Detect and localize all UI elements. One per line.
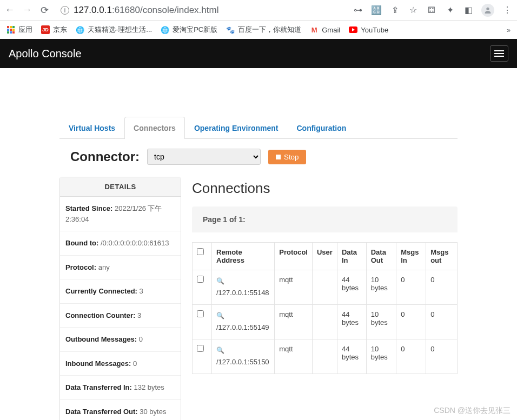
star-icon[interactable]: ☆ [408, 5, 419, 16]
detail-connection-counter: Connection Counter: 3 [60, 304, 181, 328]
cell-msgs-out: 0 [426, 339, 458, 374]
info-icon: i [61, 6, 69, 15]
app-title: Apollo Console [9, 48, 82, 60]
col-msgs-out: Msgs out [426, 243, 458, 270]
detail-protocol: Protocol: any [60, 256, 181, 280]
connector-row: Connector: tcp Stop [59, 139, 458, 177]
col-user: User [312, 243, 337, 270]
cell-msgs-out: 0 [426, 304, 458, 339]
detail-currently-connected: Currently Connected: 3 [60, 279, 181, 304]
cell-remote: 🔍/127.0.0.1:55150 [212, 339, 275, 374]
nav-tabs: Virtual Hosts Connectors Operating Envir… [59, 117, 458, 139]
apps-icon [6, 25, 15, 34]
cell-user [312, 270, 337, 305]
bookmarks-overflow[interactable]: » [507, 26, 511, 34]
sidepanel-icon[interactable]: ◧ [463, 5, 474, 16]
cell-user [312, 339, 337, 374]
tab-virtual-hosts[interactable]: Virtual Hosts [59, 117, 124, 139]
gmail-icon: M [310, 25, 319, 34]
apps-label: 应用 [18, 25, 32, 35]
globe-icon: 🌐 [76, 25, 84, 34]
extension-dice-icon[interactable]: ⚃ [426, 5, 437, 16]
bookmark-tmall[interactable]: 🌐天猫精选-理想生活... [76, 25, 152, 35]
cell-remote: 🔍/127.0.0.1:55149 [212, 304, 275, 339]
cell-data-in: 44 bytes [337, 304, 366, 339]
col-remote: Remote Address [212, 243, 275, 270]
connections-title: Connections [192, 180, 458, 197]
globe-icon: 🌐 [161, 25, 169, 34]
detail-inbound-messages: Inbound Messages: 0 [60, 352, 181, 376]
table-row: 🔍/127.0.0.1:55150mqtt44 bytes10 bytes00 [193, 339, 458, 374]
magnify-icon[interactable]: 🔍 [216, 345, 224, 356]
back-button[interactable]: ← [4, 4, 15, 16]
browser-toolbar: ← → ⟳ i 127.0.0.1:61680/console/index.ht… [0, 0, 517, 21]
cell-data-out: 10 bytes [366, 270, 396, 305]
cell-data-in: 44 bytes [337, 339, 366, 374]
magnify-icon[interactable]: 🔍 [216, 276, 224, 286]
table-header-row: Remote Address Protocol User Data In Dat… [193, 243, 458, 270]
bookmark-jd[interactable]: JD京东 [41, 25, 67, 35]
table-row: 🔍/127.0.0.1:55149mqtt44 bytes10 bytes00 [193, 304, 458, 339]
detail-data-out: Data Transferred Out: 30 bytes [60, 400, 181, 421]
toolbar-icons: ⊶ 🔠 ⇪ ☆ ⚃ ✦ ◧ ⋮ [353, 4, 513, 17]
col-data-in: Data In [337, 243, 366, 270]
stop-icon [276, 155, 281, 159]
translate-icon[interactable]: 🔠 [371, 5, 382, 16]
menu-icon[interactable]: ⋮ [502, 5, 513, 16]
svg-point-0 [486, 7, 489, 10]
cell-msgs-out: 0 [426, 270, 458, 305]
cell-protocol: mqtt [275, 304, 313, 339]
app-header: Apollo Console [0, 39, 517, 68]
pager: Page 1 of 1: [192, 206, 458, 232]
menu-button[interactable] [490, 45, 508, 62]
col-data-out: Data Out [366, 243, 396, 270]
magnify-icon[interactable]: 🔍 [216, 311, 224, 321]
youtube-icon [349, 25, 357, 34]
details-panel: DETAILS Started Since: 2022/1/26 下午2:36:… [59, 177, 181, 420]
tab-configuration[interactable]: Configuration [287, 117, 355, 139]
detail-outbound-messages: Outbound Messages: 0 [60, 328, 181, 352]
row-checkbox[interactable] [197, 310, 204, 317]
share-icon[interactable]: ⇪ [389, 5, 400, 16]
connections-table: Remote Address Protocol User Data In Dat… [192, 242, 458, 374]
cell-user [312, 304, 337, 339]
extensions-icon[interactable]: ✦ [445, 5, 455, 16]
baidu-icon: 🐾 [226, 25, 235, 34]
forward-button[interactable]: → [22, 4, 32, 16]
detail-bound-to: Bound to: /0:0:0:0:0:0:0:0:61613 [60, 231, 181, 256]
select-all-cell [193, 243, 212, 270]
apps-button[interactable]: 应用 [6, 25, 32, 35]
cell-msgs-in: 0 [396, 339, 426, 374]
bookmarks-bar: 应用 JD京东 🌐天猫精选-理想生活... 🌐爱淘宝PC新版 🐾百度一下，你就知… [0, 21, 517, 39]
cell-msgs-in: 0 [396, 304, 426, 339]
cell-protocol: mqtt [275, 339, 313, 374]
col-protocol: Protocol [275, 243, 313, 270]
tab-operating-environment[interactable]: Operating Environment [185, 117, 288, 139]
row-checkbox[interactable] [197, 276, 204, 283]
connector-select[interactable]: tcp [147, 149, 261, 165]
select-all-checkbox[interactable] [197, 248, 204, 255]
bookmark-baidu[interactable]: 🐾百度一下，你就知道 [226, 25, 301, 35]
col-msgs-in: Msgs In [396, 243, 426, 270]
cell-remote: 🔍/127.0.0.1:55148 [212, 270, 275, 305]
tab-connectors[interactable]: Connectors [124, 117, 185, 139]
detail-data-in: Data Transferred In: 132 bytes [60, 376, 181, 400]
row-checkbox[interactable] [197, 345, 204, 352]
connector-label: Connector: [70, 149, 140, 164]
bookmark-youtube[interactable]: YouTube [349, 25, 388, 34]
address-bar[interactable]: i 127.0.0.1:61680/console/index.html [56, 5, 346, 16]
details-header: DETAILS [60, 177, 181, 197]
detail-started-since: Started Since: 2022/1/26 下午2:36:04 [60, 197, 181, 231]
bookmark-aitaobao[interactable]: 🌐爱淘宝PC新版 [161, 25, 217, 35]
cell-data-in: 44 bytes [337, 270, 366, 305]
jd-icon: JD [41, 25, 50, 34]
profile-avatar[interactable] [481, 4, 494, 17]
cell-data-out: 10 bytes [366, 304, 396, 339]
key-icon[interactable]: ⊶ [353, 5, 363, 16]
reload-button[interactable]: ⟳ [39, 4, 50, 16]
bookmark-gmail[interactable]: MGmail [310, 25, 340, 34]
cell-msgs-in: 0 [396, 270, 426, 305]
url-text: 127.0.0.1:61680/console/index.html [74, 5, 218, 16]
cell-protocol: mqtt [275, 270, 313, 305]
stop-button[interactable]: Stop [268, 150, 306, 164]
